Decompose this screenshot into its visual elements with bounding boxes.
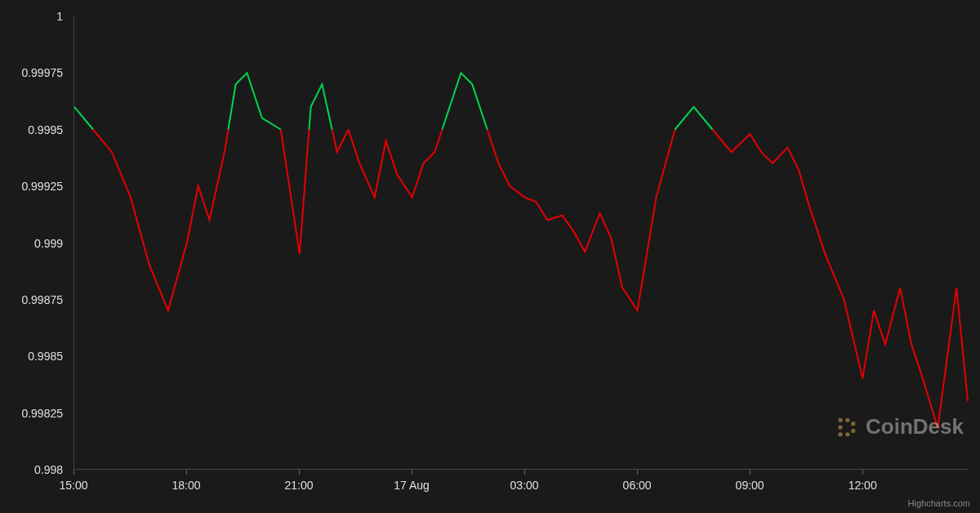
svg-point-2 [838, 432, 842, 436]
x-tick-label: 03:00 [510, 479, 539, 492]
y-tick-label: 0.9995 [28, 123, 63, 136]
price-chart: 0.9980.998250.99850.998750.9990.999250.9… [0, 0, 980, 513]
svg-point-6 [851, 428, 855, 432]
coindesk-icon [835, 416, 858, 439]
x-axis: 15:0018:0021:0017 Aug03:0006:0009:0012:0… [74, 472, 968, 497]
svg-point-0 [838, 417, 842, 422]
x-tick-label: 18:00 [172, 479, 200, 492]
svg-point-5 [851, 422, 855, 426]
y-tick-label: 1 [56, 10, 63, 23]
y-tick-label: 0.99825 [21, 407, 63, 420]
y-tick-label: 0.998 [34, 463, 63, 476]
y-axis: 0.9980.998250.99850.998750.9990.999250.9… [0, 16, 69, 470]
x-tick-label: 17 Aug [394, 479, 430, 492]
chart-line [74, 16, 968, 469]
line-segment-down [93, 130, 228, 311]
watermark: CoinDesk [835, 414, 964, 439]
x-tick-label: 06:00 [623, 479, 652, 492]
line-segment-up [675, 107, 712, 130]
svg-point-1 [838, 425, 842, 429]
line-segment-up [228, 73, 280, 129]
line-segment-down [712, 130, 968, 429]
plot-area [74, 16, 968, 470]
line-segment-down [488, 130, 675, 311]
svg-point-3 [845, 417, 849, 422]
line-segment-up [442, 73, 487, 129]
x-tick-label: 21:00 [285, 479, 314, 492]
y-tick-label: 0.9985 [28, 350, 63, 363]
y-tick-label: 0.99875 [21, 293, 63, 306]
x-tick-label: 09:00 [736, 479, 764, 492]
svg-point-4 [845, 432, 849, 436]
line-segment-down [281, 130, 310, 254]
y-tick-label: 0.999 [34, 237, 63, 250]
line-segment-down [349, 130, 443, 198]
line-segment-up [309, 84, 332, 129]
credit-text: Highcharts.com [908, 498, 970, 508]
line-segment-up [74, 107, 93, 130]
watermark-text: CoinDesk [866, 414, 964, 439]
y-tick-label: 0.99975 [21, 66, 63, 79]
x-tick-label: 15:00 [59, 479, 87, 492]
x-tick-label: 12:00 [849, 479, 877, 492]
line-segment-down [332, 130, 349, 153]
y-tick-label: 0.99925 [21, 180, 63, 193]
